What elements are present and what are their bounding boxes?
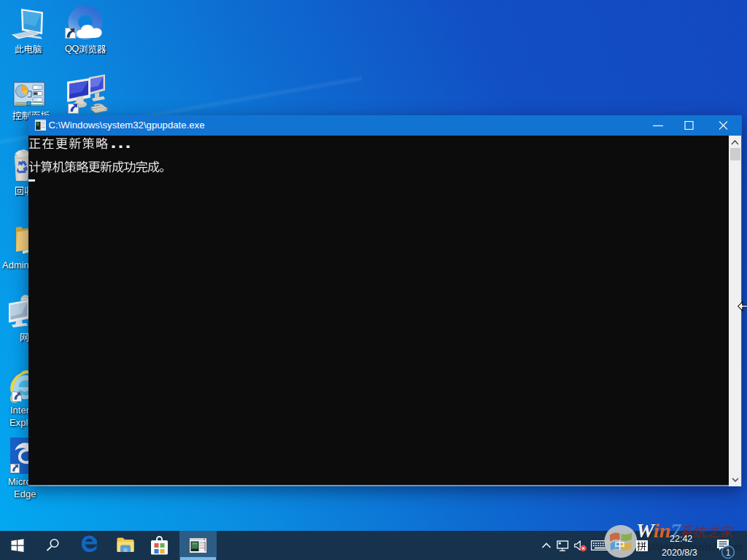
svg-text:1: 1 (726, 548, 731, 558)
